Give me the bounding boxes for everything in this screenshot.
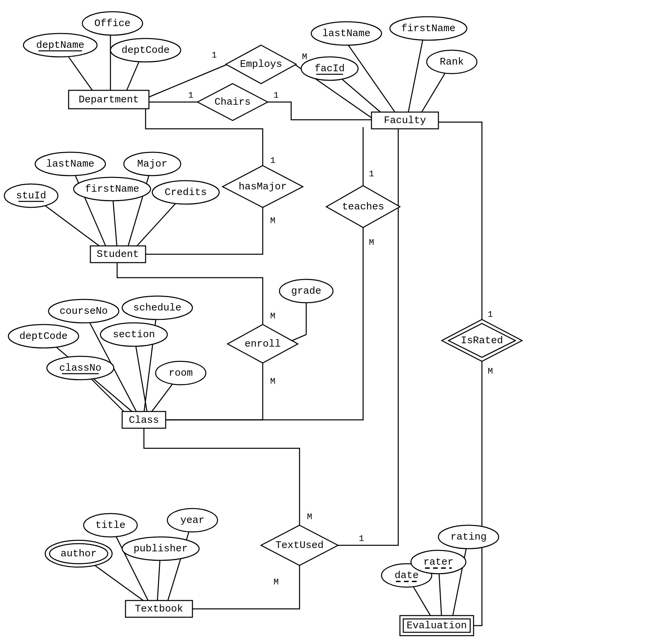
svg-text:Major: Major	[137, 158, 167, 170]
entity-department: Department	[69, 90, 149, 109]
svg-text:Textbook: Textbook	[135, 603, 183, 615]
svg-text:title: title	[95, 519, 126, 531]
svg-text:deptName: deptName	[36, 40, 84, 51]
svg-text:deptCode: deptCode	[19, 330, 68, 342]
attr-fac-lastname: lastName	[311, 22, 382, 45]
svg-text:firstName: firstName	[85, 183, 139, 195]
attr-class-courseno: courseNo	[48, 299, 119, 323]
entity-student: Student	[90, 246, 146, 263]
er-diagram: 1 M 1 1 1 M 1 M M M M M 1 1 M Employs Ch…	[0, 0, 669, 644]
card-textused-class: M	[307, 512, 312, 522]
attr-enroll-grade: grade	[280, 280, 333, 303]
rel-israted: IsRated	[442, 319, 522, 361]
entity-class: Class	[122, 412, 166, 428]
rel-hasmajor: hasMajor	[223, 166, 303, 207]
svg-text:Office: Office	[94, 18, 130, 29]
svg-text:firstName: firstName	[401, 23, 455, 34]
attr-eval-rater: rater	[411, 550, 466, 574]
attr-fac-firstname: firstName	[390, 17, 467, 40]
svg-text:TextUsed: TextUsed	[275, 540, 324, 551]
svg-text:Rank: Rank	[440, 56, 464, 68]
attr-stu-firstname: firstName	[74, 177, 151, 201]
svg-text:section: section	[113, 329, 155, 340]
attr-stu-credits: Credits	[152, 181, 219, 204]
svg-text:rater: rater	[423, 556, 454, 568]
svg-text:room: room	[169, 367, 193, 379]
attr-stu-stuid: stuId	[4, 184, 58, 207]
card-employs-fac: M	[302, 52, 307, 62]
card-teaches-fac: 1	[369, 169, 374, 179]
svg-text:date: date	[395, 570, 419, 581]
svg-line-21	[167, 520, 193, 602]
attr-dept-deptname: deptName	[24, 33, 97, 57]
svg-line-10	[127, 164, 152, 249]
card-chairs-dept: 1	[188, 90, 194, 100]
attr-fac-facid: facId	[301, 57, 358, 80]
svg-line-8	[70, 164, 107, 249]
attr-stu-major: Major	[124, 152, 181, 176]
entity-faculty: Faculty	[371, 112, 438, 129]
attr-dept-office: Office	[82, 12, 143, 35]
svg-text:grade: grade	[291, 285, 321, 297]
attr-stu-lastname: lastName	[35, 152, 105, 176]
svg-text:Department: Department	[79, 94, 139, 105]
attr-class-schedule: schedule	[122, 296, 193, 319]
attr-textbook-year: year	[167, 509, 217, 532]
attr-class-deptcode: deptCode	[9, 325, 79, 348]
attr-fac-rank: Rank	[427, 50, 477, 74]
svg-text:Student: Student	[97, 248, 139, 260]
svg-text:publisher: publisher	[133, 543, 188, 554]
card-chairs-fac: 1	[273, 90, 279, 100]
svg-text:Evaluation: Evaluation	[407, 620, 467, 631]
svg-text:classNo: classNo	[59, 362, 101, 374]
card-hasmajor-stu: M	[270, 216, 275, 226]
card-israted-fac: 1	[488, 310, 493, 319]
svg-text:Faculty: Faculty	[384, 115, 426, 126]
svg-text:facId: facId	[315, 63, 345, 74]
attr-class-room: room	[156, 361, 206, 385]
rel-chairs: Chairs	[197, 84, 268, 120]
svg-text:deptCode: deptCode	[122, 44, 170, 56]
svg-text:Credits: Credits	[165, 187, 207, 198]
rel-teaches: teaches	[326, 186, 400, 228]
svg-text:author: author	[60, 548, 97, 559]
svg-text:year: year	[180, 515, 204, 526]
card-employs-dept: 1	[212, 50, 217, 60]
card-israted-eval: M	[488, 366, 493, 376]
svg-text:IsRated: IsRated	[461, 335, 503, 346]
svg-text:Chairs: Chairs	[214, 96, 251, 108]
svg-text:stuId: stuId	[16, 190, 46, 201]
card-enroll-stu: M	[270, 311, 275, 321]
attr-class-section: section	[100, 323, 167, 346]
svg-text:courseNo: courseNo	[60, 305, 108, 317]
attr-eval-rating: rating	[438, 525, 499, 549]
attr-textbook-publisher: publisher	[122, 537, 199, 560]
card-textused-fac: 1	[359, 534, 364, 544]
attr-dept-deptcode: deptCode	[111, 39, 181, 62]
card-enroll-class: M	[270, 376, 275, 386]
entity-textbook: Textbook	[126, 601, 193, 617]
svg-text:Class: Class	[129, 415, 159, 426]
entity-evaluation: Evaluation	[400, 616, 473, 635]
attr-textbook-author: author	[45, 540, 112, 567]
card-teaches-class: M	[369, 238, 374, 247]
rel-textused: TextUsed	[261, 525, 338, 566]
svg-text:enroll: enroll	[245, 338, 281, 349]
svg-text:schedule: schedule	[133, 302, 181, 314]
svg-text:lastName: lastName	[46, 158, 94, 170]
svg-text:teaches: teaches	[342, 201, 384, 212]
svg-text:lastName: lastName	[322, 28, 370, 39]
rel-enroll: enroll	[228, 325, 298, 363]
svg-text:rating: rating	[451, 531, 487, 543]
card-hasmajor-dept: 1	[270, 156, 275, 166]
card-textused-textbook: M	[273, 577, 279, 587]
svg-line-4	[408, 28, 425, 112]
svg-text:hasMajor: hasMajor	[239, 181, 287, 192]
svg-text:Employs: Employs	[240, 59, 282, 70]
svg-line-24	[452, 537, 469, 620]
attr-textbook-title: title	[84, 514, 137, 537]
attr-class-classno: classNo	[47, 356, 114, 380]
rel-employs: Employs	[226, 45, 296, 84]
